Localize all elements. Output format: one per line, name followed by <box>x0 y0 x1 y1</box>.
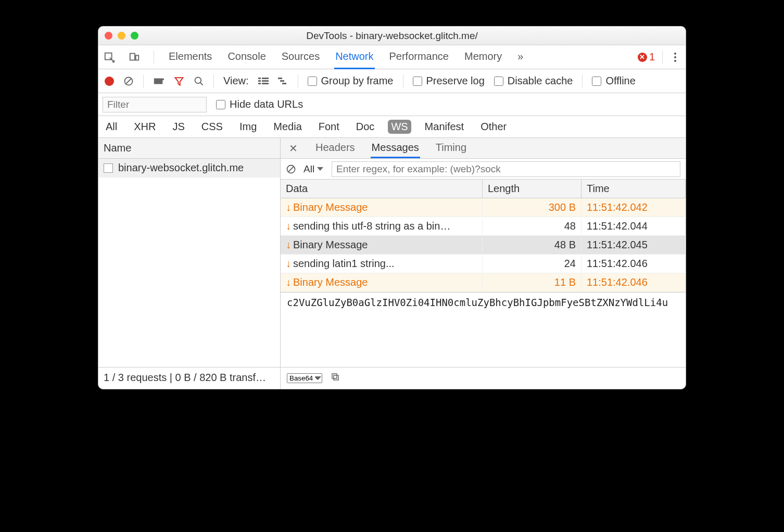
error-icon: ✕ <box>638 53 647 62</box>
col-length[interactable]: Length <box>483 180 581 198</box>
type-js[interactable]: JS <box>169 120 187 134</box>
messages-filter-row: All <box>281 159 686 180</box>
more-menu-icon[interactable] <box>670 50 680 64</box>
type-all[interactable]: All <box>103 120 120 134</box>
svg-rect-9 <box>258 78 261 79</box>
svg-rect-20 <box>334 375 338 380</box>
tab-elements[interactable]: Elements <box>168 45 213 69</box>
svg-rect-13 <box>258 83 261 84</box>
separator <box>403 74 403 88</box>
type-manifest[interactable]: Manifest <box>422 120 467 134</box>
detail-tab-messages[interactable]: Messages <box>371 138 420 158</box>
message-regex-input[interactable] <box>332 161 680 177</box>
filter-input[interactable] <box>103 97 207 112</box>
tabs-overflow[interactable]: » <box>516 45 524 69</box>
message-length: 300 B <box>483 199 581 216</box>
message-time: 11:51:42.042 <box>581 199 686 216</box>
type-doc[interactable]: Doc <box>353 120 378 134</box>
message-length: 24 <box>483 256 581 272</box>
message-row[interactable]: ↓sending this utf-8 string as a bin…4811… <box>281 217 686 236</box>
detail-tab-headers[interactable]: Headers <box>314 138 356 158</box>
zoom-window-button[interactable] <box>131 32 138 40</box>
col-time[interactable]: Time <box>581 180 686 198</box>
clear-icon[interactable] <box>123 76 134 86</box>
arrow-down-icon: ↓ <box>286 201 291 213</box>
group-by-frame-checkbox[interactable]: Group by frame <box>308 75 394 87</box>
type-img[interactable]: Img <box>236 120 260 134</box>
type-xhr[interactable]: XHR <box>131 120 159 134</box>
copy-icon[interactable] <box>331 372 340 384</box>
type-media[interactable]: Media <box>270 120 305 134</box>
type-ws[interactable]: WS <box>388 120 411 134</box>
message-data: sending latin1 string... <box>293 258 395 270</box>
inspect-icon[interactable] <box>104 52 115 63</box>
clear-messages-icon[interactable] <box>286 164 296 174</box>
message-data: sending this utf-8 string as a bin… <box>293 220 450 232</box>
separator <box>154 50 154 64</box>
close-window-button[interactable] <box>105 32 112 40</box>
disable-cache-checkbox[interactable]: Disable cache <box>494 75 573 87</box>
message-row[interactable]: ↓Binary Message300 B11:51:42.042 <box>281 198 686 217</box>
svg-rect-17 <box>282 83 286 84</box>
message-time: 11:51:42.044 <box>581 218 686 234</box>
type-font[interactable]: Font <box>315 120 343 134</box>
filter-row: Hide data URLs <box>98 93 686 116</box>
network-toolbar: View: Group by frame Preserve log Disabl… <box>98 69 686 93</box>
svg-rect-16 <box>280 80 284 82</box>
message-direction-select[interactable]: All <box>304 163 324 174</box>
request-row[interactable]: binary-websocket.glitch.me <box>98 159 280 178</box>
status-bar: 1 / 3 requests | 0 B / 820 B transf… Bas… <box>98 367 686 389</box>
svg-line-4 <box>126 79 131 84</box>
filter-icon[interactable] <box>174 76 184 86</box>
message-row[interactable]: ↓Binary Message48 B11:51:42.045 <box>281 236 686 255</box>
view-label: View: <box>223 75 249 87</box>
col-data[interactable]: Data <box>281 180 483 198</box>
message-time: 11:51:42.046 <box>581 256 686 272</box>
error-count-badge[interactable]: ✕ 1 <box>638 51 655 63</box>
request-name: binary-websocket.glitch.me <box>118 162 244 174</box>
screenshots-icon[interactable] <box>153 77 165 85</box>
devtools-window: DevTools - binary-websocket.glitch.me/ E… <box>98 26 686 389</box>
message-time: 11:51:42.045 <box>581 237 686 253</box>
tab-performance[interactable]: Performance <box>388 45 450 69</box>
waterfall-icon[interactable] <box>278 77 288 85</box>
type-other[interactable]: Other <box>477 120 510 134</box>
tab-memory[interactable]: Memory <box>463 45 503 69</box>
search-icon[interactable] <box>194 76 204 86</box>
tab-network[interactable]: Network <box>334 45 374 69</box>
svg-point-6 <box>162 78 164 80</box>
svg-rect-11 <box>258 80 261 82</box>
message-row[interactable]: ↓sending latin1 string...2411:51:42.046 <box>281 255 686 273</box>
separator <box>662 50 663 64</box>
name-column-header[interactable]: Name <box>98 138 280 159</box>
record-button[interactable] <box>105 77 114 86</box>
tab-console[interactable]: Console <box>226 45 267 69</box>
close-detail-icon[interactable]: ✕ <box>287 142 300 155</box>
tab-sources[interactable]: Sources <box>281 45 321 69</box>
titlebar: DevTools - binary-websocket.glitch.me/ <box>98 27 686 45</box>
large-rows-icon[interactable] <box>258 77 269 85</box>
hide-data-urls-checkbox[interactable]: Hide data URLs <box>216 98 303 110</box>
minimize-window-button[interactable] <box>118 32 125 40</box>
svg-rect-5 <box>154 78 163 84</box>
messages-table-body: ↓Binary Message300 B11:51:42.042↓sending… <box>281 198 686 292</box>
device-toolbar-icon[interactable] <box>129 52 140 63</box>
arrow-down-icon: ↓ <box>286 239 291 251</box>
preserve-log-checkbox[interactable]: Preserve log <box>413 75 485 87</box>
message-row[interactable]: ↓Binary Message11 B11:51:42.046 <box>281 273 686 292</box>
separator <box>582 74 583 88</box>
svg-rect-21 <box>332 374 337 378</box>
svg-line-19 <box>288 167 294 172</box>
type-css[interactable]: CSS <box>198 120 226 134</box>
message-data: Binary Message <box>293 276 368 288</box>
encoding-select[interactable]: Base64 <box>287 373 322 383</box>
separator <box>143 74 144 88</box>
detail-pane: ✕ Headers Messages Timing All Data Lengt… <box>281 138 686 367</box>
separator <box>213 74 214 88</box>
detail-tab-timing[interactable]: Timing <box>435 138 467 158</box>
status-encoding-bar: Base64 <box>281 367 686 389</box>
message-payload[interactable]: c2VuZGluZyB0aGlzIHV0Zi04IHN0cmluZyBhcyBh… <box>281 292 686 367</box>
message-length: 48 <box>483 218 581 234</box>
content-split: Name binary-websocket.glitch.me ✕ Header… <box>98 138 686 367</box>
offline-checkbox[interactable]: Offline <box>592 75 635 87</box>
